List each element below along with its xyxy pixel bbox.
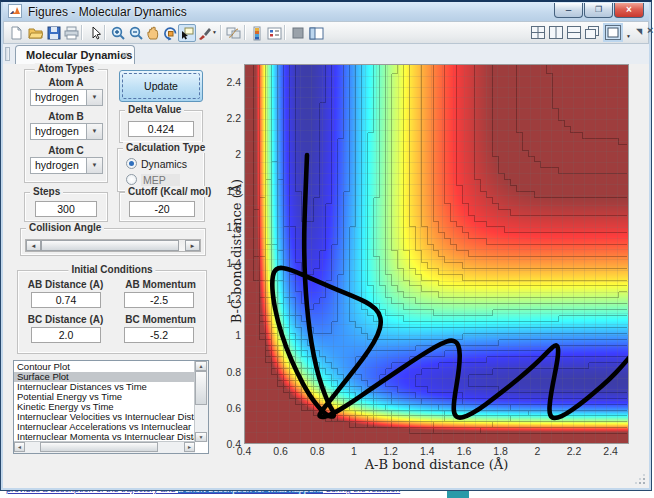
undock-icon[interactable]: ◥ — [636, 26, 642, 38]
layout-single-icon[interactable] — [605, 25, 621, 40]
bc-momentum-label: BC Momentum — [113, 314, 208, 325]
update-button-label: Update — [120, 80, 202, 92]
atom-types-title: Atom Types — [35, 63, 98, 74]
initial-conditions-panel: Initial Conditions AB Distance (A) AB Mo… — [17, 270, 207, 354]
listbox-item[interactable]: Potential Energy vs Time — [14, 392, 194, 402]
matlab-logo-icon — [8, 4, 22, 18]
resize-grip[interactable] — [635, 474, 645, 484]
collision-angle-title: Collision Angle — [26, 222, 104, 233]
steps-title: Steps — [30, 186, 63, 197]
ab-distance-field[interactable]: 0.74 — [31, 292, 101, 308]
title-bar[interactable]: Figures - Molecular Dynamics – ❐ × — [3, 2, 649, 21]
pan-hand-icon[interactable] — [144, 24, 162, 42]
chevron-down-icon[interactable]: ▼ — [86, 90, 102, 105]
atom-types-panel: Atom Types Atom A hydrogen▼ Atom B hydro… — [24, 69, 108, 183]
minimize-button[interactable]: – — [554, 3, 583, 18]
data-cursor-icon[interactable] — [178, 24, 196, 42]
ab-momentum-field[interactable]: -2.5 — [124, 292, 194, 308]
layout-columns-icon[interactable] — [549, 26, 563, 39]
insert-legend-icon[interactable] — [265, 24, 283, 42]
collision-angle-panel: Collision Angle ◄ ► — [20, 228, 206, 256]
background-page-highlighted-text: a short description for what happens — [178, 491, 323, 494]
scroll-down-icon[interactable]: ▼ — [195, 432, 207, 442]
atom-a-label: Atom A — [25, 77, 107, 88]
collision-angle-slider[interactable]: ◄ ► — [25, 239, 201, 252]
x-axis-label: A-B bond distance (Å) — [244, 457, 629, 472]
edit-arrow-icon[interactable] — [86, 24, 104, 42]
listbox-horizontal-scrollbar[interactable]: ◄ ► — [14, 441, 195, 453]
zoom-out-icon[interactable] — [127, 24, 145, 42]
listbox-vertical-scrollbar[interactable]: ▲ ▼ — [194, 361, 208, 442]
listbox-item[interactable]: Internuclear Distances vs Time — [14, 382, 194, 392]
slider-right-arrow-icon[interactable]: ► — [185, 240, 200, 251]
y-axis-label: B-C bond distance (Å) — [229, 131, 243, 371]
bc-distance-field[interactable]: 2.0 — [31, 327, 101, 343]
atom-b-combo[interactable]: hydrogen▼ — [30, 123, 103, 140]
bc-distance-label: BC Distance (A) — [18, 314, 113, 325]
background-page-text: provides a description of the trajectory… — [6, 491, 178, 494]
listbox-item[interactable]: Contour Plot — [14, 362, 194, 372]
chevron-down-icon[interactable]: ▼ — [86, 124, 102, 139]
insert-colorbar-icon[interactable] — [248, 24, 266, 42]
open-file-icon[interactable] — [26, 24, 44, 42]
atom-a-combo[interactable]: hydrogen▼ — [30, 89, 103, 106]
listbox-item[interactable]: Kinetic Energy vs Time — [14, 402, 194, 412]
plot-browser-icon[interactable] — [289, 24, 307, 42]
slider-thumb[interactable] — [41, 240, 179, 251]
slider-left-arrow-icon[interactable]: ◄ — [26, 240, 41, 251]
figure-toolbar: ▼ ▼ ◥ × — [3, 21, 649, 44]
zoom-in-icon[interactable] — [109, 24, 127, 42]
chevron-down-icon[interactable]: ▼ — [86, 158, 102, 173]
delta-value-field[interactable]: 0.424 — [128, 121, 194, 137]
plot-type-listbox[interactable]: Contour Plot Surface Plot Internuclear D… — [13, 360, 209, 454]
brush-dropdown-caret[interactable]: ▼ — [212, 26, 217, 38]
dynamics-radio[interactable] — [126, 158, 137, 169]
delta-value-panel: Delta Value 0.424 — [119, 110, 203, 143]
atom-c-combo[interactable]: hydrogen▼ — [30, 157, 103, 174]
cutoff-title: Cutoff (Kcal/ mol) — [125, 186, 214, 197]
steps-panel: Steps 300 — [24, 192, 108, 222]
tab-label: Molecular Dynamics — [26, 49, 132, 61]
update-button[interactable]: Update — [119, 70, 203, 102]
tabbar-grip[interactable] — [5, 47, 10, 61]
dynamics-radio-label[interactable]: Dynamics — [141, 158, 187, 170]
background-page-strip: provides a description of the trajectory… — [0, 491, 654, 498]
delta-value-title: Delta Value — [125, 104, 184, 115]
cutoff-field[interactable]: -20 — [129, 201, 195, 217]
listbox-item[interactable]: Internuclear Accelerations vs Internucle… — [14, 422, 194, 432]
scroll-up-icon[interactable]: ▲ — [195, 361, 207, 371]
property-editor-icon[interactable] — [307, 24, 325, 42]
new-figure-icon[interactable] — [7, 24, 25, 42]
hscroll-thumb[interactable] — [40, 442, 158, 452]
vscroll-thumb[interactable] — [195, 371, 207, 405]
link-plot-icon[interactable] — [224, 24, 242, 42]
layout-caret[interactable]: ▼ — [626, 30, 631, 42]
scroll-left-icon[interactable]: ◄ — [14, 442, 25, 452]
layout-cascade-icon[interactable] — [585, 26, 599, 39]
pes-canvas[interactable] — [244, 64, 629, 444]
mep-radio[interactable] — [126, 174, 137, 185]
steps-field[interactable]: 300 — [35, 201, 97, 217]
save-figure-icon[interactable] — [45, 24, 63, 42]
tab-close-icon[interactable]: × — [122, 49, 128, 61]
close-tab-icon[interactable]: × — [647, 24, 653, 36]
figure-window: Figures - Molecular Dynamics – ❐ × ▼ — [0, 0, 652, 491]
listbox-item[interactable]: Internuclear Velocities vs Internuclear … — [14, 412, 194, 422]
print-figure-icon[interactable] — [62, 24, 80, 42]
tab-molecular-dynamics[interactable]: Molecular Dynamics × — [15, 45, 135, 64]
rotate-3d-icon[interactable] — [161, 24, 179, 42]
ab-distance-label: AB Distance (A) — [18, 279, 113, 290]
close-button[interactable]: × — [614, 3, 644, 18]
listbox-item[interactable]: Surface Plot — [14, 372, 194, 382]
atom-c-label: Atom C — [25, 145, 107, 156]
layout-grid-icon[interactable] — [531, 26, 545, 39]
maximize-button[interactable]: ❐ — [584, 3, 613, 18]
window-title: Figures - Molecular Dynamics — [28, 5, 187, 19]
ab-momentum-label: AB Momentum — [113, 279, 208, 290]
initial-conditions-title: Initial Conditions — [68, 264, 155, 275]
bc-momentum-field[interactable]: -5.2 — [124, 327, 194, 343]
layout-rows-icon[interactable] — [567, 26, 581, 39]
cutoff-panel: Cutoff (Kcal/ mol) -20 — [119, 192, 205, 222]
figure-content: Atom Types Atom A hydrogen▼ Atom B hydro… — [3, 64, 649, 488]
scroll-right-icon[interactable]: ► — [184, 442, 195, 452]
